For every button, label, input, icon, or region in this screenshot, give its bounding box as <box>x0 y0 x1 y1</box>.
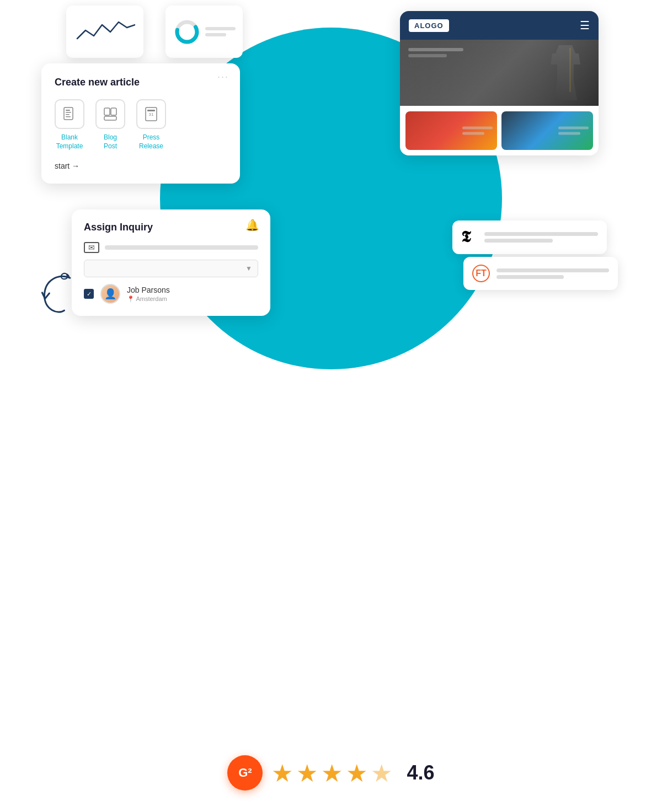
star-half: ★ <box>371 759 392 787</box>
nyt-text-lines <box>484 232 598 243</box>
nyt-line-2 <box>484 239 553 243</box>
svg-rect-11 <box>147 110 155 111</box>
create-article-title: Create new article <box>55 77 227 88</box>
assign-select-dropdown[interactable]: ▼ <box>84 260 258 277</box>
rating-section: G² ★ ★ ★ ★ ★ 4.6 <box>0 739 662 796</box>
donut-lines <box>205 27 236 36</box>
assign-inquiry-title: Assign Inquiry <box>84 222 258 233</box>
svg-rect-7 <box>104 108 110 115</box>
nyt-line-1 <box>484 232 598 236</box>
star-4: ★ <box>346 759 367 787</box>
nyt-logo: 𝕿 <box>461 228 478 246</box>
bell-notification-icon: 🔔 <box>245 218 259 232</box>
template-option-blog[interactable]: BlogPost <box>95 99 125 150</box>
thumb-text-lines-2 <box>558 127 589 135</box>
assign-email-line <box>105 245 258 250</box>
website-header: ALOGO ☰ <box>400 11 599 40</box>
svg-rect-2 <box>64 107 73 120</box>
star-3: ★ <box>321 759 343 787</box>
create-options-list: BlankTemplate BlogPost <box>55 99 227 150</box>
user-avatar: 👤 <box>100 284 120 304</box>
svg-rect-3 <box>66 110 70 111</box>
donut-line-2 <box>205 33 226 36</box>
ft-logo: FT <box>472 265 490 282</box>
blank-template-label: BlankTemplate <box>56 133 83 150</box>
svg-rect-4 <box>66 112 71 113</box>
g2-label: G² <box>238 766 252 780</box>
card-dots: ··· <box>217 71 229 83</box>
svg-rect-5 <box>66 114 70 115</box>
nyt-media-card: 𝕿 <box>452 221 607 254</box>
star-1: ★ <box>271 759 293 787</box>
assign-user-row: 👤 Job Parsons 📍 Amsterdam <box>84 284 258 304</box>
svg-text:31: 31 <box>149 112 154 117</box>
donut-line-1 <box>205 27 236 30</box>
ft-line-1 <box>496 268 609 272</box>
blank-template-icon <box>55 99 84 129</box>
ft-media-card: FT <box>463 257 618 290</box>
website-hero-image <box>400 40 599 106</box>
chart-card <box>66 6 143 58</box>
start-button[interactable]: start → <box>55 162 227 170</box>
create-article-card: Create new article ··· BlankTemplat <box>41 63 240 184</box>
ft-text-lines <box>496 268 609 279</box>
dropdown-arrow-icon: ▼ <box>245 265 252 272</box>
blog-post-icon <box>95 99 125 129</box>
rating-number: 4.6 <box>407 761 434 784</box>
template-option-blank[interactable]: BlankTemplate <box>55 99 84 150</box>
blog-post-label: BlogPost <box>104 133 117 150</box>
press-release-label: PressRelease <box>139 133 163 150</box>
email-icon: ✉ <box>84 242 99 253</box>
alogo-logo: ALOGO <box>409 19 449 32</box>
svg-rect-9 <box>104 116 116 120</box>
donut-chart-svg <box>173 18 201 46</box>
wave-chart-svg <box>74 17 135 47</box>
assign-inquiry-card: Assign Inquiry 🔔 ✉ ▼ 👤 Job Parsons 📍 Ams… <box>72 209 270 316</box>
article-thumb-2 <box>501 111 593 150</box>
svg-rect-6 <box>66 116 71 117</box>
template-option-press[interactable]: 31 PressRelease <box>136 99 166 150</box>
user-name: Job Parsons <box>127 286 170 294</box>
user-info: Job Parsons 📍 Amsterdam <box>127 286 170 303</box>
stars-container: ★ ★ ★ ★ ★ <box>271 759 392 787</box>
thumb-text-lines <box>462 127 493 135</box>
user-location: 📍 Amsterdam <box>127 295 170 303</box>
website-article-grid <box>400 106 599 155</box>
star-2: ★ <box>296 759 318 787</box>
website-preview-card: ALOGO ☰ <box>400 11 599 155</box>
hero-section: Create new article ··· BlankTemplat <box>0 0 662 386</box>
svg-rect-8 <box>111 108 116 115</box>
ft-line-2 <box>496 275 564 279</box>
press-release-icon: 31 <box>136 99 166 129</box>
article-thumb-1 <box>405 111 497 150</box>
benefits-section: ✓ 100% free - no obligation ✓ Personalis… <box>0 796 662 812</box>
page-wrapper: Create new article ··· BlankTemplat <box>0 0 662 812</box>
user-checkbox[interactable] <box>84 289 94 299</box>
assign-email-row: ✉ <box>84 242 258 253</box>
g2-badge: G² <box>227 755 263 791</box>
donut-card <box>166 6 243 58</box>
hamburger-menu-icon: ☰ <box>580 19 590 32</box>
